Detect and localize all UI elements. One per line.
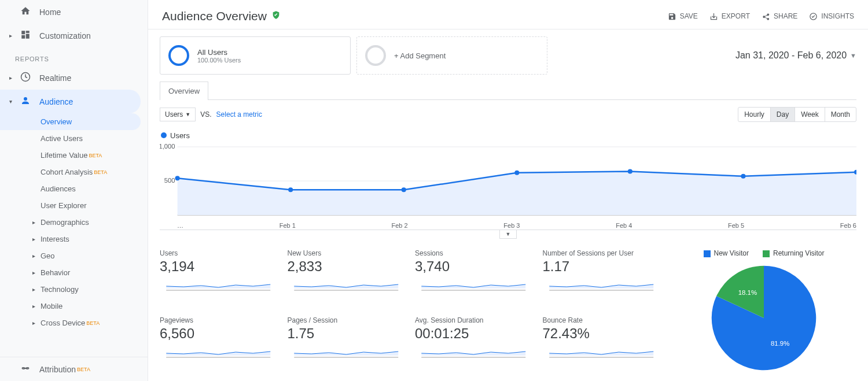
attribution-icon xyxy=(19,363,32,375)
chevron-down-icon: ▼ xyxy=(850,52,856,59)
metric-card[interactable]: New Users2,833 xyxy=(288,249,405,306)
caret-down-icon: ▾ xyxy=(9,98,15,105)
svg-text:1,000: 1,000 xyxy=(160,143,175,150)
beta-badge: BETA xyxy=(94,169,107,175)
save-button[interactable]: SAVE xyxy=(668,12,698,21)
time-month-button[interactable]: Month xyxy=(825,108,856,121)
time-hourly-button[interactable]: Hourly xyxy=(738,108,770,121)
metric-dropdown[interactable]: Users▼ xyxy=(160,108,196,121)
sidebar-sub-item[interactable]: Cohort AnalysisBETA xyxy=(0,164,148,180)
caret-icon: ▸ xyxy=(32,286,41,293)
metric-value: 1.75 xyxy=(288,325,405,342)
sidebar-sub-item[interactable]: ▸Behavior xyxy=(0,264,148,281)
sidebar-item-attribution[interactable]: Attribution BETA xyxy=(0,357,148,381)
sidebar-item-label: Realtime xyxy=(39,73,71,83)
sidebar-sub-item[interactable]: ▸Cross DeviceBETA xyxy=(0,315,148,331)
date-range-picker[interactable]: Jan 31, 2020 - Feb 6, 2020 ▼ xyxy=(735,50,856,61)
caret-icon: ▸ xyxy=(32,253,41,259)
caret-icon: ▸ xyxy=(32,269,41,276)
metric-card[interactable]: Avg. Session Duration00:01:25 xyxy=(415,316,532,373)
sidebar-item-label: Home xyxy=(39,8,61,17)
metric-value: 2,833 xyxy=(288,258,405,275)
chart-legend: Users xyxy=(160,129,856,143)
sidebar-sub-item[interactable]: Audiences xyxy=(0,180,148,197)
sparkline xyxy=(288,276,405,291)
sidebar-sub-label: Lifetime Value xyxy=(41,151,87,160)
caret-icon: ▸ xyxy=(32,219,41,225)
metric-card[interactable]: Pageviews6,560 xyxy=(160,316,277,373)
sparkline xyxy=(543,343,660,358)
time-day-button[interactable]: Day xyxy=(770,108,795,121)
sidebar-sub-label: User Explorer xyxy=(41,201,86,210)
sidebar-sub-label: Active Users xyxy=(41,134,83,143)
sparkline xyxy=(288,343,405,358)
sidebar-item-customization[interactable]: ▸ Customization xyxy=(0,24,148,47)
export-button[interactable]: EXPORT xyxy=(709,12,750,21)
dashboard-icon xyxy=(19,29,32,42)
sidebar-section-reports: REPORTS xyxy=(0,47,148,66)
topbar: Audience Overview SAVE EXPORT SHARE INSI… xyxy=(148,0,868,29)
sidebar: Home ▸ Customization REPORTS ▸ Realtime … xyxy=(0,0,148,381)
main-content: Audience Overview SAVE EXPORT SHARE INSI… xyxy=(148,0,868,381)
sidebar-sub-item[interactable]: ▸Mobile xyxy=(0,298,148,315)
svg-text:81.9%: 81.9% xyxy=(771,340,789,347)
line-chart: 5001,000 …Feb 1Feb 2Feb 3Feb 4Feb 5Feb 6 xyxy=(160,143,856,230)
beta-badge: BETA xyxy=(77,367,90,372)
sidebar-item-realtime[interactable]: ▸ Realtime xyxy=(0,66,148,90)
sidebar-sub-item[interactable]: ▸Technology xyxy=(0,281,148,298)
metric-label: New Users xyxy=(288,249,405,257)
sidebar-sub-label: Overview xyxy=(41,117,72,126)
metric-value: 72.43% xyxy=(543,325,660,342)
sidebar-sub-item[interactable]: Lifetime ValueBETA xyxy=(0,147,148,164)
metric-card[interactable]: Number of Sessions per User1.17 xyxy=(543,249,660,306)
metric-card[interactable]: Users3,194 xyxy=(160,249,277,306)
svg-point-9 xyxy=(514,171,519,175)
metric-label: Bounce Rate xyxy=(543,316,660,324)
beta-badge: BETA xyxy=(86,320,100,326)
svg-point-8 xyxy=(402,187,406,192)
sidebar-item-home[interactable]: Home xyxy=(0,0,148,24)
pie-legend: New VisitorReturning Visitor xyxy=(671,249,856,257)
time-week-button[interactable]: Week xyxy=(795,108,824,121)
home-icon xyxy=(19,6,32,18)
sidebar-sub-item[interactable]: ▸Interests xyxy=(0,231,148,247)
sidebar-sub-label: Behavior xyxy=(41,268,70,277)
legend-square-icon xyxy=(763,250,770,257)
sidebar-sub-label: Cohort Analysis xyxy=(41,168,93,176)
sparkline xyxy=(543,276,660,291)
add-segment-button[interactable]: + Add Segment xyxy=(356,36,547,75)
insights-button[interactable]: INSIGHTS xyxy=(809,12,854,21)
sidebar-item-label: Audience xyxy=(39,97,73,106)
caret-icon: ▸ xyxy=(32,236,41,242)
caret-icon: ▸ xyxy=(32,303,41,309)
sparkline xyxy=(415,276,532,291)
svg-point-10 xyxy=(628,169,632,173)
sidebar-item-audience[interactable]: ▾ Audience xyxy=(0,90,141,113)
sidebar-item-label: Attribution xyxy=(39,365,76,374)
select-metric-link[interactable]: Select a metric xyxy=(216,110,262,119)
sidebar-sub-item[interactable]: ▸Demographics xyxy=(0,214,148,231)
sidebar-sub-item[interactable]: User Explorer xyxy=(0,197,148,214)
metric-label: Sessions xyxy=(415,249,532,257)
shield-check-icon xyxy=(271,10,281,22)
metric-label: Users xyxy=(160,249,277,257)
share-button[interactable]: SHARE xyxy=(762,12,797,21)
sidebar-sub-item[interactable]: Active Users xyxy=(0,130,148,147)
metric-card[interactable]: Bounce Rate72.43% xyxy=(543,316,660,373)
sidebar-sub-item[interactable]: ▸Geo xyxy=(0,247,148,264)
clock-icon xyxy=(19,72,32,84)
sparkline xyxy=(160,276,277,291)
collapse-chart-button[interactable]: ▼ xyxy=(499,230,517,239)
svg-point-11 xyxy=(741,174,745,179)
metric-card[interactable]: Pages / Session1.75 xyxy=(288,316,405,373)
metric-card[interactable]: Sessions3,740 xyxy=(415,249,532,306)
sidebar-sub-label: Interests xyxy=(41,235,69,243)
sidebar-sub-label: Mobile xyxy=(41,302,62,310)
metric-label: Avg. Session Duration xyxy=(415,316,532,324)
metric-label: Pages / Session xyxy=(288,316,405,324)
svg-text:500: 500 xyxy=(164,177,175,184)
sidebar-sub-label: Audiences xyxy=(41,184,76,193)
segment-all-users[interactable]: All Users 100.00% Users xyxy=(160,36,351,75)
tab-overview[interactable]: Overview xyxy=(160,82,208,100)
sidebar-sub-item[interactable]: Overview xyxy=(0,113,141,130)
